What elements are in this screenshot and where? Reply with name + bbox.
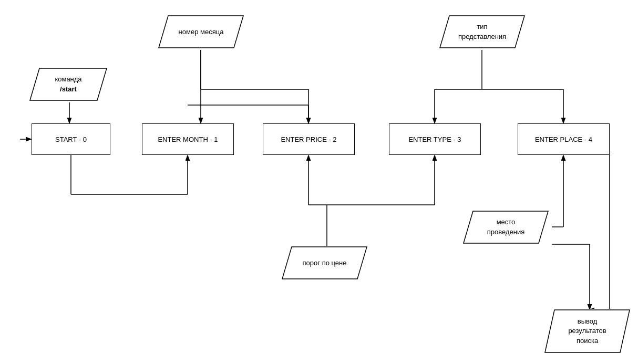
tip-label: тип представления <box>458 22 506 41</box>
vyvod-label: вывод результатов поиска <box>568 317 606 346</box>
start-label: START - 0 <box>55 136 87 143</box>
tip-parallelogram: тип представления <box>439 15 526 49</box>
mesto-label: место проведения <box>487 217 525 236</box>
komanda-line2: /start <box>55 85 81 94</box>
enter-month-box: ENTER MONTH - 1 <box>142 123 234 155</box>
enter-price-box: ENTER PRICE - 2 <box>263 123 355 155</box>
porog-parallelogram: порог по цене <box>281 246 368 280</box>
enter-month-label: ENTER MONTH - 1 <box>158 136 218 143</box>
enter-place-label: ENTER PLACE - 4 <box>535 136 592 143</box>
vyvod-parallelogram: вывод результатов поиска <box>544 309 631 353</box>
diagram: START - 0 ENTER MONTH - 1 ENTER PRICE - … <box>0 0 638 364</box>
nomer-mesyaca-label: номер месяца <box>179 28 224 36</box>
enter-price-label: ENTER PRICE - 2 <box>281 136 336 143</box>
enter-type-box: ENTER TYPE - 3 <box>389 123 481 155</box>
enter-type-label: ENTER TYPE - 3 <box>408 136 461 143</box>
komanda-parallelogram: команда /start <box>29 67 108 101</box>
start-box: START - 0 <box>32 123 110 155</box>
porog-label: порог по цене <box>303 259 347 267</box>
komanda-line1: команда <box>55 75 81 84</box>
mesto-parallelogram: место проведения <box>462 210 549 244</box>
enter-place-box: ENTER PLACE - 4 <box>518 123 610 155</box>
nomer-mesyaca-parallelogram: номер месяца <box>158 15 244 49</box>
